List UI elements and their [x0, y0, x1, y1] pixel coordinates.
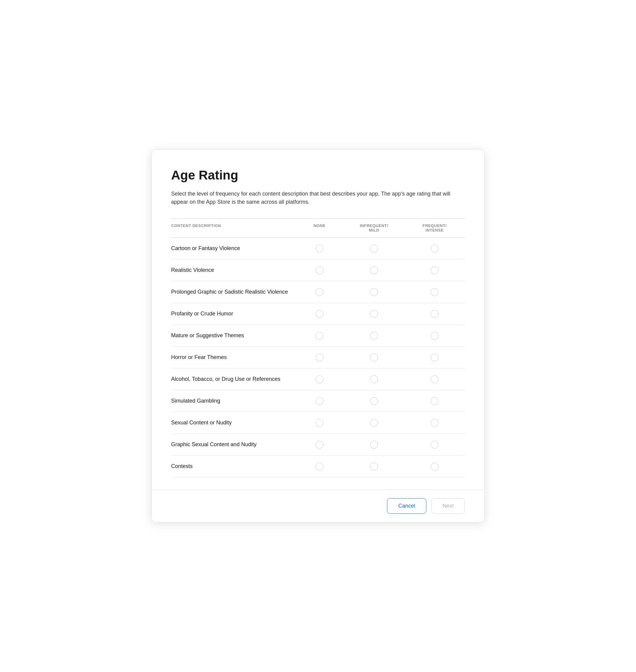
- radio-profanity_crude_humor-none[interactable]: [316, 310, 323, 318]
- radio-simulated_gambling-infrequent_mild[interactable]: [370, 397, 378, 405]
- row-label-alcohol_tobacco_drug: Alcohol, Tobacco, or Drug Use or Referen…: [171, 369, 295, 389]
- row-label-mature_suggestive_themes: Mature or Suggestive Themes: [171, 326, 295, 345]
- table-row: Cartoon or Fantasy Violence: [171, 238, 465, 260]
- row-label-sexual_content_nudity: Sexual Content or Nudity: [171, 413, 295, 432]
- table-rows: Cartoon or Fantasy ViolenceRealistic Vio…: [171, 238, 465, 477]
- radio-cell-profanity_crude_humor-infrequent_mild: [344, 303, 404, 325]
- table-row: Mature or Suggestive Themes: [171, 325, 465, 347]
- radio-cell-realistic_violence-none: [295, 260, 344, 281]
- radio-cell-simulated_gambling-frequent_intense: [404, 390, 465, 412]
- radio-cell-graphic_sexual_content-none: [295, 434, 344, 455]
- radio-alcohol_tobacco_drug-none[interactable]: [316, 375, 323, 383]
- radio-cell-prolonged_graphic_violence-none: [295, 282, 344, 303]
- radio-cell-horror_fear_themes-none: [295, 347, 344, 368]
- radio-cell-mature_suggestive_themes-infrequent_mild: [344, 325, 404, 346]
- table-row: Contests: [171, 455, 465, 477]
- radio-prolonged_graphic_violence-none[interactable]: [316, 288, 323, 296]
- radio-horror_fear_themes-none[interactable]: [316, 353, 323, 362]
- radio-cell-horror_fear_themes-frequent_intense: [404, 347, 465, 368]
- col-header-none: NONE: [295, 223, 344, 232]
- radio-cell-simulated_gambling-none: [295, 390, 344, 412]
- dialog-footer: Cancel Next: [152, 489, 484, 522]
- radio-graphic_sexual_content-none[interactable]: [316, 441, 323, 449]
- radio-cell-realistic_violence-infrequent_mild: [344, 260, 404, 281]
- row-label-cartoon_fantasy_violence: Cartoon or Fantasy Violence: [171, 239, 295, 258]
- radio-cell-cartoon_fantasy_violence-frequent_intense: [404, 238, 465, 259]
- radio-cell-graphic_sexual_content-infrequent_mild: [344, 434, 404, 455]
- row-label-prolonged_graphic_violence: Prolonged Graphic or Sadistic Realistic …: [171, 282, 295, 302]
- radio-realistic_violence-infrequent_mild[interactable]: [370, 266, 378, 274]
- radio-cell-mature_suggestive_themes-none: [295, 325, 344, 346]
- radio-profanity_crude_humor-frequent_intense[interactable]: [431, 310, 439, 318]
- radio-simulated_gambling-none[interactable]: [316, 397, 323, 405]
- radio-profanity_crude_humor-infrequent_mild[interactable]: [370, 310, 378, 318]
- next-button[interactable]: Next: [431, 498, 465, 514]
- col-header-infrequent: INFREQUENT/MILD: [344, 223, 404, 232]
- radio-realistic_violence-frequent_intense[interactable]: [431, 266, 439, 274]
- radio-cell-sexual_content_nudity-frequent_intense: [404, 412, 465, 433]
- radio-cartoon_fantasy_violence-frequent_intense[interactable]: [431, 245, 439, 252]
- radio-cell-horror_fear_themes-infrequent_mild: [344, 347, 404, 368]
- radio-contests-infrequent_mild[interactable]: [370, 463, 378, 470]
- table-row: Prolonged Graphic or Sadistic Realistic …: [171, 281, 465, 303]
- radio-cell-cartoon_fantasy_violence-none: [295, 238, 344, 259]
- radio-cell-prolonged_graphic_violence-frequent_intense: [404, 282, 465, 303]
- radio-mature_suggestive_themes-none[interactable]: [316, 332, 323, 340]
- radio-cell-alcohol_tobacco_drug-none: [295, 369, 344, 390]
- radio-cell-prolonged_graphic_violence-infrequent_mild: [344, 282, 404, 303]
- radio-cell-graphic_sexual_content-frequent_intense: [404, 434, 465, 455]
- table-row: Alcohol, Tobacco, or Drug Use or Referen…: [171, 368, 465, 390]
- radio-graphic_sexual_content-frequent_intense[interactable]: [431, 441, 439, 449]
- row-label-profanity_crude_humor: Profanity or Crude Humor: [171, 304, 295, 324]
- radio-cell-simulated_gambling-infrequent_mild: [344, 390, 404, 412]
- radio-graphic_sexual_content-infrequent_mild[interactable]: [370, 441, 378, 449]
- row-label-realistic_violence: Realistic Violence: [171, 260, 295, 280]
- table-row: Graphic Sexual Content and Nudity: [171, 434, 465, 455]
- table-row: Sexual Content or Nudity: [171, 412, 465, 434]
- radio-prolonged_graphic_violence-frequent_intense[interactable]: [431, 288, 439, 296]
- dialog-content: Age Rating Select the level of frequency…: [152, 150, 484, 489]
- radio-mature_suggestive_themes-infrequent_mild[interactable]: [370, 332, 378, 340]
- table-row: Horror or Fear Themes: [171, 347, 465, 368]
- col-header-frequent: FREQUENT/INTENSE: [404, 223, 465, 232]
- radio-cell-realistic_violence-frequent_intense: [404, 260, 465, 281]
- row-label-simulated_gambling: Simulated Gambling: [171, 391, 295, 411]
- content-table: CONTENT DESCRIPTION NONE INFREQUENT/MILD…: [171, 218, 465, 477]
- radio-cartoon_fantasy_violence-infrequent_mild[interactable]: [370, 245, 378, 252]
- row-label-contests: Contests: [171, 456, 295, 476]
- table-row: Simulated Gambling: [171, 390, 465, 412]
- page-description: Select the level of frequency for each c…: [171, 190, 465, 206]
- radio-sexual_content_nudity-infrequent_mild[interactable]: [370, 419, 378, 427]
- table-row: Profanity or Crude Humor: [171, 303, 465, 325]
- radio-cell-contests-frequent_intense: [404, 456, 465, 477]
- cancel-button[interactable]: Cancel: [387, 498, 426, 514]
- radio-mature_suggestive_themes-frequent_intense[interactable]: [431, 332, 439, 340]
- radio-prolonged_graphic_violence-infrequent_mild[interactable]: [370, 288, 378, 296]
- radio-cell-sexual_content_nudity-none: [295, 412, 344, 433]
- age-rating-dialog: Age Rating Select the level of frequency…: [152, 149, 484, 523]
- radio-simulated_gambling-frequent_intense[interactable]: [431, 397, 439, 405]
- table-header: CONTENT DESCRIPTION NONE INFREQUENT/MILD…: [171, 218, 465, 238]
- radio-cartoon_fantasy_violence-none[interactable]: [316, 245, 323, 252]
- radio-sexual_content_nudity-frequent_intense[interactable]: [431, 419, 439, 427]
- radio-alcohol_tobacco_drug-infrequent_mild[interactable]: [370, 375, 378, 383]
- table-row: Realistic Violence: [171, 260, 465, 281]
- radio-cell-sexual_content_nudity-infrequent_mild: [344, 412, 404, 433]
- radio-realistic_violence-none[interactable]: [316, 266, 323, 274]
- radio-cell-alcohol_tobacco_drug-infrequent_mild: [344, 369, 404, 390]
- radio-cell-profanity_crude_humor-frequent_intense: [404, 303, 465, 325]
- radio-contests-none[interactable]: [316, 463, 323, 470]
- row-label-graphic_sexual_content: Graphic Sexual Content and Nudity: [171, 435, 295, 454]
- radio-horror_fear_themes-frequent_intense[interactable]: [431, 353, 439, 362]
- radio-cell-contests-infrequent_mild: [344, 456, 404, 477]
- radio-alcohol_tobacco_drug-frequent_intense[interactable]: [431, 375, 439, 383]
- radio-contests-frequent_intense[interactable]: [431, 463, 439, 470]
- col-header-description: CONTENT DESCRIPTION: [171, 223, 295, 232]
- radio-cell-cartoon_fantasy_violence-infrequent_mild: [344, 238, 404, 259]
- row-label-horror_fear_themes: Horror or Fear Themes: [171, 347, 295, 367]
- page-title: Age Rating: [171, 168, 465, 183]
- radio-cell-contests-none: [295, 456, 344, 477]
- radio-sexual_content_nudity-none[interactable]: [316, 419, 323, 427]
- radio-horror_fear_themes-infrequent_mild[interactable]: [370, 353, 378, 362]
- radio-cell-mature_suggestive_themes-frequent_intense: [404, 325, 465, 346]
